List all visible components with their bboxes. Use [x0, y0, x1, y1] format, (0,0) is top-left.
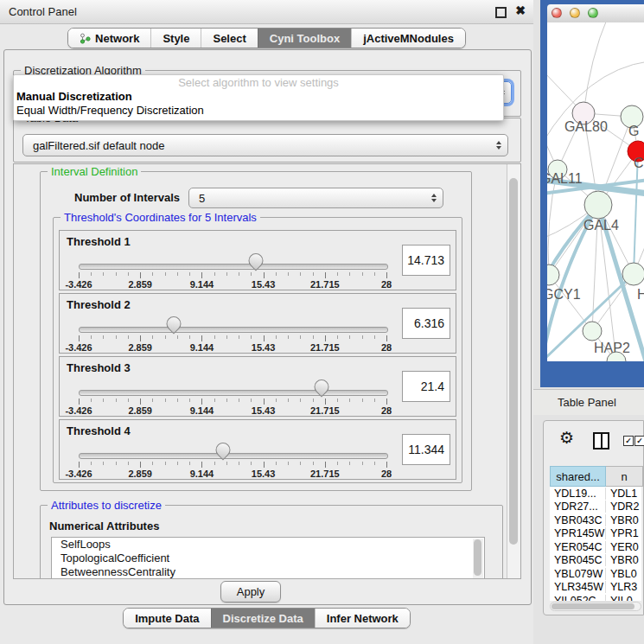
- slider-track[interactable]: [79, 453, 388, 459]
- column-header[interactable]: n: [606, 466, 643, 487]
- interval-definition-group: Interval Definition Number of Intervals …: [40, 171, 472, 491]
- tab-infer-network[interactable]: Infer Network: [315, 609, 410, 628]
- dropdown-option[interactable]: Equal Width/Frequency Discretization: [14, 104, 503, 118]
- slider-track[interactable]: [79, 264, 388, 270]
- tick-label: 2.859: [128, 469, 152, 479]
- tab-cyni-toolbox[interactable]: Cyni Toolbox: [258, 29, 351, 48]
- list-scrollbar-thumb[interactable]: [474, 539, 481, 576]
- table-row[interactable]: YLR345WYLR3: [550, 581, 641, 595]
- slider-track[interactable]: [79, 390, 388, 396]
- threshold-value[interactable]: 14.713: [402, 245, 450, 276]
- network-node-label: C: [634, 156, 644, 170]
- slider-track[interactable]: [79, 327, 388, 333]
- network-edge[interactable]: [583, 22, 608, 113]
- checkbox-icon[interactable]: ✓: [634, 436, 644, 446]
- tick-mark: [313, 399, 314, 402]
- table-hscrollbar[interactable]: [550, 602, 641, 611]
- zoom-traffic-light-icon[interactable]: [588, 8, 598, 18]
- dropdown-option[interactable]: Manual Discretization: [14, 90, 503, 104]
- threshold-slider[interactable]: -3.4262.8599.14415.4321.71528: [79, 453, 386, 477]
- apply-button[interactable]: Apply: [220, 581, 281, 603]
- threshold-box: Threshold 3-3.4262.8599.14415.4321.71528…: [59, 356, 456, 417]
- close-icon[interactable]: ✖: [515, 4, 526, 16]
- network-node-label: GAL4: [583, 218, 619, 233]
- tick-mark: [288, 399, 289, 402]
- tick-mark: [128, 462, 129, 465]
- threshold-slider[interactable]: -3.4262.8599.14415.4321.71528: [79, 264, 386, 288]
- table-row[interactable]: YER054CYER0: [550, 540, 641, 554]
- tick-label: 2.859: [128, 342, 152, 353]
- table-panel-bar: Table Panel: [533, 389, 644, 415]
- cell-name: YBL0: [605, 568, 641, 580]
- tick-mark: [276, 462, 277, 465]
- tick-mark: [313, 272, 314, 276]
- tick-mark: [288, 272, 289, 276]
- attribute-item[interactable]: BetweennessCentrality: [52, 565, 484, 579]
- tab-impute-data[interactable]: Impute Data: [124, 609, 210, 628]
- table-panel-window: ⚙ ✓ ✓ shared...n YDL19...YDL1YDR27...YDR…: [543, 420, 644, 615]
- tick-label: 15.43: [252, 405, 276, 416]
- attributes-listbox: SelfLoopsTopologicalCoefficientBetweenne…: [51, 537, 485, 579]
- tick-mark: [152, 335, 153, 339]
- tick-label: 21.715: [310, 279, 340, 290]
- threshold-slider[interactable]: -3.4262.8599.14415.4321.71528: [79, 390, 386, 414]
- tab-select[interactable]: Select: [201, 29, 257, 48]
- list-scrollbar[interactable]: [473, 539, 483, 579]
- tick-mark: [165, 462, 166, 465]
- table-row[interactable]: YDR27...YDR2: [550, 501, 641, 514]
- tick-mark: [177, 335, 178, 339]
- column-header[interactable]: shared...: [550, 466, 606, 487]
- table-row[interactable]: YIL052CYIL0: [550, 594, 641, 601]
- tick-mark: [264, 335, 265, 341]
- gear-icon[interactable]: ⚙: [559, 429, 574, 448]
- table-row[interactable]: YBL079WYBL0: [550, 567, 641, 581]
- attribute-item[interactable]: TopologicalCoefficient: [52, 552, 484, 565]
- table-row[interactable]: YDL19...YDL1: [550, 487, 641, 501]
- table-data-combobox[interactable]: galFiltered.sif default node: [22, 134, 508, 156]
- tick-mark: [264, 399, 265, 405]
- tick-mark: [362, 462, 363, 465]
- threshold-value[interactable]: 11.344: [402, 434, 450, 465]
- threshold-slider[interactable]: -3.4262.8599.14415.4321.71528: [79, 327, 386, 351]
- float-panel-icon[interactable]: [495, 7, 507, 18]
- table-row[interactable]: YBR045CYBR0: [550, 554, 641, 568]
- tick-mark: [214, 462, 215, 465]
- network-node[interactable]: [547, 265, 559, 285]
- minimize-traffic-light-icon[interactable]: [570, 8, 580, 18]
- checkbox-icon[interactable]: ✓: [623, 436, 634, 446]
- threshold-value[interactable]: 6.316: [402, 308, 450, 339]
- network-node[interactable]: [584, 191, 612, 219]
- tab-network[interactable]: Network: [68, 29, 150, 48]
- tab-jactivemnodules[interactable]: jActiveMNodules: [351, 29, 465, 48]
- table-hscrollbar-thumb[interactable]: [552, 603, 634, 609]
- table-row[interactable]: YBR043CYBR0: [550, 513, 641, 527]
- close-traffic-light-icon[interactable]: [552, 8, 562, 18]
- dropdown-options: Manual DiscretizationEqual Width/Frequen…: [14, 90, 503, 118]
- attribute-item[interactable]: SelfLoops: [52, 538, 484, 552]
- tab-discretize-data[interactable]: Discretize Data: [211, 609, 315, 628]
- settings-scrollbar-thumb[interactable]: [509, 178, 518, 545]
- tick-mark: [374, 462, 375, 465]
- tick-mark: [276, 335, 277, 339]
- network-canvas[interactable]: GAL80GCGAL11GAL4GCY1HHAP2: [547, 22, 644, 361]
- top-tab-bar: NetworkStyleSelectCyni ToolboxjActiveMNo…: [0, 28, 533, 48]
- slider-ticks: [79, 335, 386, 341]
- threshold-value[interactable]: 21.4: [402, 371, 450, 402]
- tick-mark: [386, 399, 387, 405]
- number-of-intervals-combobox[interactable]: 5: [188, 188, 443, 208]
- split-columns-icon[interactable]: [593, 432, 609, 450]
- tick-mark: [140, 462, 141, 468]
- network-node[interactable]: [622, 263, 644, 285]
- network-node[interactable]: [583, 322, 602, 341]
- table-row[interactable]: YPR145WYPR1: [550, 527, 641, 541]
- tab-label: Infer Network: [327, 612, 399, 625]
- tab-style[interactable]: Style: [150, 29, 201, 48]
- tick-mark: [226, 399, 227, 402]
- slider-ticks: [79, 399, 386, 405]
- tick-mark: [128, 399, 129, 402]
- tick-mark: [325, 462, 326, 468]
- tick-mark: [362, 399, 363, 402]
- tick-mark: [128, 272, 129, 276]
- settings-scrollbar[interactable]: [507, 164, 520, 578]
- tick-mark: [337, 399, 338, 402]
